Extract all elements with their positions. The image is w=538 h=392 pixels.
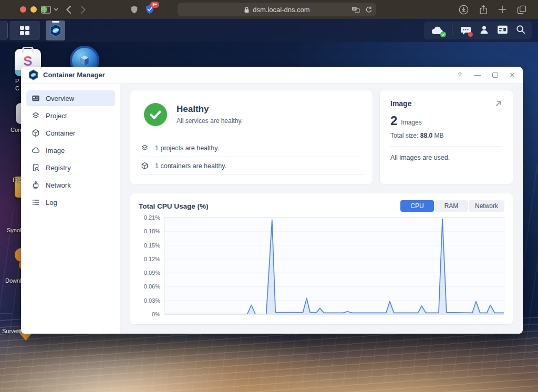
- container-manager-icon: [28, 69, 38, 80]
- address-bar[interactable]: dsm.local-dns.com: [178, 3, 376, 16]
- sidebar-item-label: Overview: [46, 95, 74, 102]
- y-tick: 0.18%: [139, 228, 160, 234]
- reload-icon[interactable]: [365, 6, 372, 13]
- dsm-desktop: S P C Con File Synol Downl Surveill: [0, 19, 538, 392]
- image-count: 2: [390, 115, 397, 127]
- chart-title: Total CPU Usage (%): [139, 202, 209, 210]
- downloads-icon[interactable]: [459, 5, 469, 15]
- registry-icon: [32, 163, 40, 172]
- browser-toolbar: 9+ dsm.local-dns.com: [0, 0, 538, 19]
- sidebar-item-registry[interactable]: Registry: [26, 160, 115, 176]
- close-button[interactable]: ✕: [509, 71, 515, 79]
- container-icon: [32, 129, 40, 137]
- image-size-unit: MB: [434, 132, 443, 139]
- y-tick: 0.15%: [139, 242, 160, 249]
- container-icon: [141, 162, 149, 170]
- widgets-icon: [497, 25, 508, 34]
- screen: 9+ dsm.local-dns.com: [0, 0, 538, 392]
- chart-y-axis: 0.21% 0.18% 0.15% 0.12% 0.09% 0.06% 0.03…: [139, 214, 164, 317]
- sidebar-item-log[interactable]: Log: [26, 194, 115, 210]
- user-menu-button[interactable]: [479, 25, 489, 37]
- sidebar-item-overview[interactable]: Overview: [26, 90, 115, 106]
- container-manager-window: Container Manager ? — ✕: [21, 67, 523, 334]
- sidebar-item-label: Registry: [46, 164, 71, 172]
- image-card-title: Image: [390, 99, 411, 108]
- sidebar-item-image[interactable]: Image: [26, 142, 115, 158]
- taskbar-container-manager-button[interactable]: [46, 20, 65, 40]
- sidebar-item-project[interactable]: Project: [26, 108, 115, 123]
- close-window-button[interactable]: [20, 6, 26, 13]
- network-icon: [32, 181, 40, 189]
- y-tick: 0%: [139, 311, 160, 317]
- share-icon[interactable]: [479, 5, 488, 15]
- forward-button[interactable]: [79, 0, 87, 19]
- extension-badge: 9+: [150, 2, 159, 8]
- new-tab-icon[interactable]: [498, 5, 506, 14]
- lock-icon: [244, 6, 250, 13]
- desktop-icon-label: Con: [11, 127, 21, 133]
- image-count-unit: Images: [401, 119, 421, 127]
- health-status: Healthy: [177, 104, 243, 115]
- container-manager-icon: [49, 24, 62, 37]
- healthy-check-icon: [144, 103, 167, 126]
- health-row-projects: 1 projects are healthy.: [139, 139, 364, 157]
- sidebar-item-label: Container: [46, 129, 75, 137]
- dsm-taskbar: [0, 19, 538, 42]
- y-tick: 0.21%: [139, 214, 160, 221]
- desktop-icon-label: Downl: [5, 277, 22, 284]
- resource-chart-card: Total CPU Usage (%) CPU RAM Network 0.21…: [130, 193, 513, 325]
- search-button[interactable]: [516, 25, 525, 36]
- chevron-down-icon[interactable]: [53, 0, 59, 19]
- chart-metric-tabs: CPU RAM Network: [400, 200, 504, 212]
- image-size-label: Total size:: [390, 132, 418, 139]
- taskbar-edge-button[interactable]: [0, 21, 7, 40]
- translate-icon[interactable]: [351, 6, 360, 13]
- y-tick: 0.03%: [139, 297, 160, 304]
- notification-badge: [468, 32, 473, 37]
- image-card: Image 2 Images Total size:: [379, 90, 513, 184]
- y-tick: 0.09%: [139, 270, 160, 276]
- health-row-containers: 1 containers are healthy.: [139, 157, 364, 175]
- sidebar-item-network[interactable]: Network: [26, 177, 115, 193]
- tab-network[interactable]: Network: [469, 200, 504, 212]
- sync-ok-badge: [440, 32, 446, 37]
- image-size-value: 88.0: [420, 132, 432, 139]
- notifications-button[interactable]: [460, 26, 471, 36]
- y-tick: 0.12%: [139, 256, 160, 262]
- sidebar-item-label: Log: [46, 199, 57, 207]
- health-subtitle: All services are healthy.: [177, 117, 243, 125]
- sidebar-item-label: Project: [46, 112, 67, 120]
- log-icon: [32, 198, 40, 207]
- open-image-page-icon[interactable]: [495, 100, 502, 107]
- health-row-text: 1 projects are healthy.: [155, 145, 219, 152]
- project-icon: [141, 144, 149, 152]
- sidebar-toggle-icon[interactable]: [40, 0, 51, 19]
- desktop-icon-label: C: [15, 85, 19, 91]
- maximize-button[interactable]: [492, 73, 498, 78]
- tab-cpu[interactable]: CPU: [400, 200, 434, 212]
- y-tick: 0.06%: [139, 283, 160, 290]
- main-menu-button[interactable]: [9, 21, 40, 40]
- sidebar-item-container[interactable]: Container: [26, 125, 115, 141]
- image-note: All images are used.: [390, 154, 502, 161]
- back-button[interactable]: [64, 0, 73, 19]
- minimize-window-button[interactable]: [30, 6, 37, 13]
- overview-icon: [32, 94, 40, 102]
- tray-divider: [452, 25, 452, 36]
- sync-status-button[interactable]: [430, 25, 444, 36]
- tab-overview-icon[interactable]: [517, 5, 526, 14]
- taskbar-divider: [7, 23, 8, 38]
- widgets-button[interactable]: [497, 25, 508, 36]
- help-button[interactable]: ?: [457, 71, 463, 79]
- privacy-shield-icon[interactable]: [129, 0, 139, 19]
- desktop-icon-label: Synol: [7, 227, 22, 233]
- window-titlebar[interactable]: Container Manager ? — ✕: [21, 67, 523, 84]
- health-row-text: 1 containers are healthy.: [155, 162, 226, 170]
- adblock-extension-icon[interactable]: 9+: [144, 0, 156, 19]
- app-grid-icon: [20, 26, 29, 35]
- overview-content: Healthy All services are healthy. 1 proj…: [121, 84, 523, 334]
- tab-ram[interactable]: RAM: [434, 200, 468, 212]
- url-text: dsm.local-dns.com: [253, 6, 309, 14]
- minimize-button[interactable]: —: [474, 71, 481, 79]
- image-icon: [32, 146, 40, 154]
